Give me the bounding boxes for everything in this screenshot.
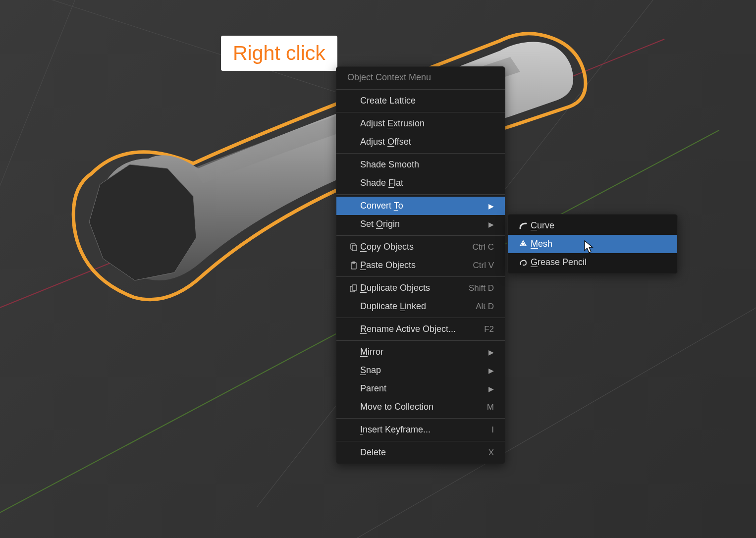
chevron-right-icon: ▶ [488, 385, 494, 393]
menu-item-label: Insert Keyframe... [360, 425, 486, 435]
context-menu-title: Object Context Menu [336, 67, 505, 90]
chevron-right-icon: ▶ [488, 367, 494, 375]
menu-item-label: Duplicate Linked [360, 301, 470, 312]
menu-shortcut: M [487, 402, 494, 412]
submenu-item-curve[interactable]: Curve [508, 216, 677, 235]
menu-shortcut: I [491, 425, 494, 435]
svg-rect-6 [352, 285, 357, 290]
menu-item-shade-smooth[interactable]: Shade Smooth [336, 156, 505, 174]
annotation-right-click: Right click [221, 36, 337, 71]
chevron-right-icon: ▶ [488, 202, 494, 210]
submenu-item-label: Grease Pencil [531, 257, 587, 268]
submenu-item-label: Mesh [531, 239, 552, 249]
menu-item-label: Parent [360, 383, 485, 394]
submenu-item-mesh[interactable]: Mesh [508, 235, 677, 253]
menu-item-rename-active-object[interactable]: Rename Active Object...F2 [336, 320, 505, 338]
menu-item-snap[interactable]: Snap▶ [336, 361, 505, 379]
menu-item-convert-to[interactable]: Convert To▶ [336, 197, 505, 215]
object-context-menu[interactable]: Object Context Menu Create LatticeAdjust… [336, 66, 505, 464]
menu-item-label: Copy Objects [360, 242, 467, 252]
menu-item-insert-keyframe[interactable]: Insert Keyframe...I [336, 421, 505, 439]
menu-item-label: Mirror [360, 347, 485, 357]
submenu-item-label: Curve [531, 220, 554, 231]
menu-shortcut: F2 [484, 324, 494, 334]
convert-to-submenu[interactable]: CurveMeshGrease Pencil [507, 214, 678, 274]
menu-shortcut: X [488, 448, 494, 458]
svg-rect-2 [352, 245, 357, 251]
submenu-item-grease-pencil[interactable]: Grease Pencil [508, 253, 677, 271]
menu-item-parent[interactable]: Parent▶ [336, 379, 505, 398]
chevron-right-icon: ▶ [488, 348, 494, 356]
paste-icon [347, 261, 360, 270]
menu-item-copy-objects[interactable]: Copy ObjectsCtrl C [336, 238, 505, 256]
menu-item-move-to-collection[interactable]: Move to CollectionM [336, 398, 505, 416]
curve-icon [516, 221, 531, 230]
menu-shortcut: Ctrl V [473, 261, 494, 270]
menu-item-label: Convert To [360, 201, 485, 211]
menu-item-set-origin[interactable]: Set Origin▶ [336, 215, 505, 233]
svg-point-7 [522, 243, 524, 245]
menu-item-label: Adjust Offset [360, 137, 494, 147]
menu-item-adjust-extrusion[interactable]: Adjust Extrusion [336, 114, 505, 133]
menu-item-paste-objects[interactable]: Paste ObjectsCtrl V [336, 256, 505, 274]
chevron-right-icon: ▶ [488, 220, 494, 228]
menu-item-label: Duplicate Objects [360, 283, 463, 293]
menu-item-label: Rename Active Object... [360, 324, 478, 334]
menu-shortcut: Shift D [469, 283, 494, 293]
menu-item-label: Adjust Extrusion [360, 118, 494, 129]
menu-item-label: Move to Collection [360, 402, 481, 412]
annotation-text: Right click [233, 42, 325, 64]
menu-shortcut: Ctrl C [473, 242, 494, 252]
menu-item-adjust-offset[interactable]: Adjust Offset [336, 133, 505, 151]
menu-item-label: Snap [360, 365, 485, 376]
dup-icon [347, 284, 360, 293]
menu-item-duplicate-linked[interactable]: Duplicate LinkedAlt D [336, 297, 505, 316]
menu-shortcut: Alt D [476, 302, 494, 312]
menu-item-label: Shade Flat [360, 178, 494, 188]
menu-item-label: Delete [360, 447, 483, 458]
menu-item-label: Shade Smooth [360, 160, 494, 170]
menu-item-label: Paste Objects [360, 260, 467, 270]
mesh-icon [516, 240, 531, 249]
gpencil-icon [516, 258, 531, 267]
menu-item-delete[interactable]: DeleteX [336, 443, 505, 462]
menu-item-shade-flat[interactable]: Shade Flat [336, 174, 505, 192]
menu-item-label: Create Lattice [360, 96, 494, 106]
copy-icon [347, 243, 360, 252]
menu-item-label: Set Origin [360, 219, 485, 229]
menu-item-mirror[interactable]: Mirror▶ [336, 343, 505, 361]
svg-rect-4 [353, 262, 355, 263]
menu-item-duplicate-objects[interactable]: Duplicate ObjectsShift D [336, 279, 505, 297]
menu-item-create-lattice[interactable]: Create Lattice [336, 92, 505, 110]
